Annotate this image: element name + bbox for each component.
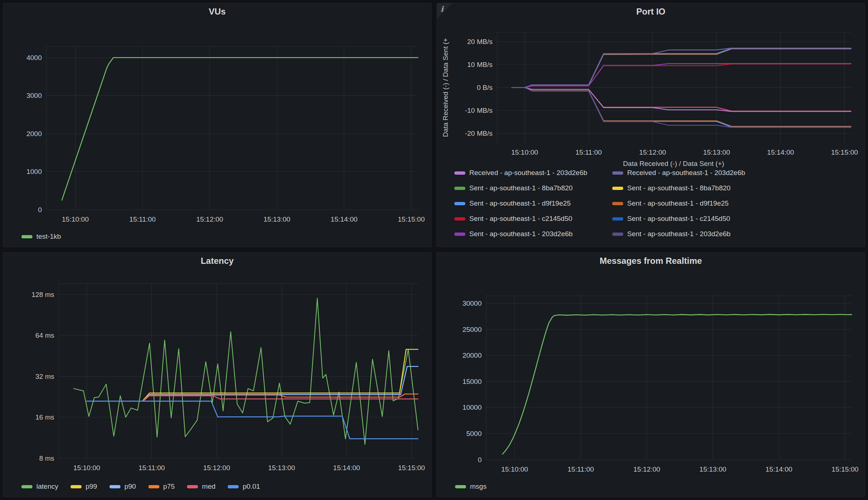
legend-swatch-icon bbox=[454, 202, 465, 205]
svg-text:0 B/s: 0 B/s bbox=[477, 84, 493, 91]
svg-text:0: 0 bbox=[38, 206, 42, 214]
series-p75 bbox=[143, 394, 418, 401]
svg-text:64 ms: 64 ms bbox=[35, 332, 54, 339]
svg-text:-20 MB/s: -20 MB/s bbox=[465, 130, 493, 137]
svg-text:8 ms: 8 ms bbox=[39, 455, 54, 462]
svg-text:15:13:00: 15:13:00 bbox=[703, 148, 730, 156]
legend-label: Sent - ap-southeast-1 - 203d2e6b bbox=[627, 230, 730, 238]
legend-swatch-icon bbox=[71, 485, 81, 488]
svg-text:128 ms: 128 ms bbox=[32, 291, 54, 298]
legend-item[interactable]: Sent - ap-southeast-1 - c2145d50 bbox=[612, 211, 865, 226]
svg-text:15:12:00: 15:12:00 bbox=[639, 148, 666, 156]
legend-item[interactable]: test-1kb bbox=[21, 233, 61, 241]
info-icon[interactable]: i bbox=[441, 4, 443, 13]
legend-item[interactable]: Received - ap-southeast-1 - 203d2e6b bbox=[612, 169, 865, 180]
msgs-legend: msgs bbox=[437, 476, 865, 497]
legend-item[interactable]: p99 bbox=[71, 483, 97, 491]
legend-item[interactable]: msgs bbox=[455, 483, 486, 491]
legend-swatch-icon bbox=[228, 485, 239, 488]
legend-item[interactable]: Sent - ap-southeast-1 - c2145d50 bbox=[454, 211, 612, 226]
legend-swatch-icon bbox=[612, 171, 623, 175]
svg-text:15:10:00: 15:10:00 bbox=[62, 215, 89, 223]
legend-item[interactable]: p90 bbox=[110, 483, 136, 491]
svg-text:20 MB/s: 20 MB/s bbox=[467, 38, 493, 45]
svg-text:32 ms: 32 ms bbox=[35, 373, 54, 380]
grafana-dashboard: VUs 15:10:0015:11:0015:12:0015:13:0015:1… bbox=[0, 0, 868, 500]
svg-text:15:13:00: 15:13:00 bbox=[263, 215, 290, 223]
portio-legend-viewport: Received - ap-southeast-1 - 203d2e6bRece… bbox=[437, 169, 865, 247]
latency-chart[interactable]: 15:10:0015:11:0015:12:0015:13:0015:14:00… bbox=[3, 269, 431, 476]
vus-chart[interactable]: 15:10:0015:11:0015:12:0015:13:0015:14:00… bbox=[3, 19, 431, 226]
svg-text:15:14:00: 15:14:00 bbox=[333, 464, 360, 472]
legend-label: p90 bbox=[124, 483, 136, 491]
svg-text:15:15:00: 15:15:00 bbox=[832, 465, 859, 473]
legend-label: test-1kb bbox=[36, 233, 61, 241]
svg-text:15:14:00: 15:14:00 bbox=[331, 215, 358, 223]
svg-text:0: 0 bbox=[478, 456, 482, 464]
svg-text:16 ms: 16 ms bbox=[35, 413, 54, 421]
svg-text:15:12:00: 15:12:00 bbox=[196, 215, 223, 223]
legend-swatch-icon bbox=[454, 187, 465, 190]
legend-item[interactable]: p0.01 bbox=[228, 483, 260, 491]
legend-item[interactable]: Received - ap-southeast-1 - 203d2e6b bbox=[454, 169, 612, 180]
msgs-chart[interactable]: 15:10:0015:11:0015:12:0015:13:0015:14:00… bbox=[437, 269, 865, 476]
series-med bbox=[143, 396, 418, 401]
legend-item[interactable]: Sent - ap-southeast-1 - d9f19e25 bbox=[454, 196, 612, 211]
panel-msgs: Messages from Realtime 15:10:0015:11:001… bbox=[437, 252, 865, 497]
portio-chart[interactable]: 15:10:0015:11:0015:12:0015:13:0015:14:00… bbox=[437, 19, 865, 159]
legend-item[interactable]: Sent - ap-southeast-1 - 8ba7b820 bbox=[454, 180, 612, 196]
series-p99 bbox=[143, 349, 418, 400]
svg-text:15:12:00: 15:12:00 bbox=[203, 464, 230, 472]
legend-swatch-icon bbox=[612, 202, 623, 205]
legend-label: Sent - ap-southeast-1 - 203d2e6b bbox=[469, 230, 573, 238]
legend-label: Sent - ap-southeast-1 - c2145d50 bbox=[469, 215, 572, 223]
legend-label: Sent - ap-southeast-1 - 8ba7b820 bbox=[627, 184, 730, 192]
legend-label: p75 bbox=[163, 483, 175, 491]
vus-legend: test-1kb bbox=[3, 226, 431, 247]
portio-xaxis-caption: Data Received (-) / Data Sent (+) bbox=[437, 159, 865, 169]
legend-label: p0.01 bbox=[243, 483, 260, 491]
legend-label: msgs bbox=[470, 483, 486, 491]
legend-swatch-icon bbox=[612, 233, 623, 236]
series-sent-darkred bbox=[512, 64, 851, 88]
legend-swatch-icon bbox=[455, 485, 466, 488]
svg-text:15:13:00: 15:13:00 bbox=[700, 465, 726, 473]
svg-text:-10 MB/s: -10 MB/s bbox=[465, 107, 493, 114]
legend-label: Sent - ap-southeast-1 - c2145d50 bbox=[627, 215, 730, 223]
legend-item[interactable]: p75 bbox=[148, 483, 175, 491]
svg-text:15:12:00: 15:12:00 bbox=[633, 465, 660, 473]
legend-swatch-icon bbox=[21, 485, 32, 488]
svg-text:2000: 2000 bbox=[27, 130, 42, 138]
legend-item[interactable]: Sent - ap-southeast-1 - 203d2e6b bbox=[612, 226, 865, 242]
legend-swatch-icon bbox=[454, 233, 465, 236]
legend-item[interactable]: Sent - ap-southeast-1 - 203d2e6b bbox=[454, 226, 612, 242]
svg-text:15:13:00: 15:13:00 bbox=[268, 464, 295, 472]
portio-legend: Received - ap-southeast-1 - 203d2e6bRece… bbox=[437, 169, 865, 242]
svg-text:3000: 3000 bbox=[27, 92, 42, 99]
svg-text:15:10:00: 15:10:00 bbox=[501, 465, 528, 473]
legend-swatch-icon bbox=[454, 171, 465, 175]
legend-item[interactable]: Sent - ap-southeast-1 - 8ba7b820 bbox=[612, 180, 865, 196]
series-msgs bbox=[502, 314, 852, 454]
legend-item[interactable]: latency bbox=[21, 483, 58, 491]
panel-latency: Latency 15:10:0015:11:0015:12:0015:13:00… bbox=[3, 252, 431, 497]
svg-text:Data Received (-) / Data Sent: Data Received (-) / Data Sent (+ bbox=[442, 38, 449, 137]
legend-item[interactable]: med bbox=[187, 483, 215, 491]
svg-text:15:15:00: 15:15:00 bbox=[398, 215, 425, 223]
panel-vus: VUs 15:10:0015:11:0015:12:0015:13:0015:1… bbox=[3, 3, 431, 247]
svg-text:5000: 5000 bbox=[466, 430, 482, 437]
svg-text:15:15:00: 15:15:00 bbox=[831, 148, 858, 156]
svg-text:15:15:00: 15:15:00 bbox=[398, 464, 425, 472]
legend-swatch-icon bbox=[612, 217, 623, 221]
legend-swatch-icon bbox=[612, 187, 623, 190]
svg-text:15:11:00: 15:11:00 bbox=[568, 465, 594, 473]
series-sent-darkpurple bbox=[512, 64, 851, 88]
legend-label: Sent - ap-southeast-1 - d9f19e25 bbox=[469, 199, 571, 207]
svg-text:15:10:00: 15:10:00 bbox=[73, 464, 100, 472]
svg-text:15000: 15000 bbox=[462, 378, 482, 385]
series-test-1kb bbox=[62, 57, 418, 200]
panel-portio: i Port IO 15:10:0015:11:0015:12:0015:13:… bbox=[437, 3, 865, 247]
legend-item[interactable]: Sent - ap-southeast-1 - d9f19e25 bbox=[612, 196, 865, 211]
legend-swatch-icon bbox=[110, 485, 120, 488]
series-latency bbox=[74, 298, 418, 445]
